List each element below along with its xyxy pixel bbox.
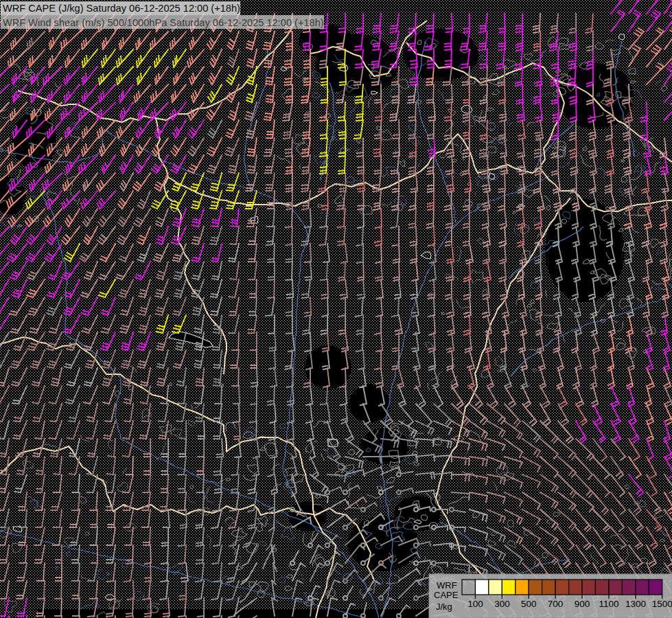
svg-text:100: 100 bbox=[467, 599, 483, 609]
svg-text:1300: 1300 bbox=[625, 599, 646, 609]
svg-text:WRF Wind shear (m/s) 500/1000h: WRF Wind shear (m/s) 500/1000hPa Saturda… bbox=[3, 17, 324, 28]
svg-text:WRF CAPE (J/kg) Saturday 06-12: WRF CAPE (J/kg) Saturday 06-12-2025 12:0… bbox=[3, 3, 240, 14]
svg-text:WRF: WRF bbox=[437, 580, 457, 591]
svg-text:500: 500 bbox=[521, 599, 537, 609]
svg-text:700: 700 bbox=[548, 599, 564, 609]
svg-text:J/kg: J/kg bbox=[436, 602, 452, 612]
svg-text:300: 300 bbox=[494, 599, 510, 609]
svg-text:1100: 1100 bbox=[599, 599, 618, 609]
svg-text:900: 900 bbox=[575, 599, 590, 609]
svg-text:CAPE: CAPE bbox=[434, 590, 459, 600]
svg-text:1500: 1500 bbox=[652, 599, 672, 609]
